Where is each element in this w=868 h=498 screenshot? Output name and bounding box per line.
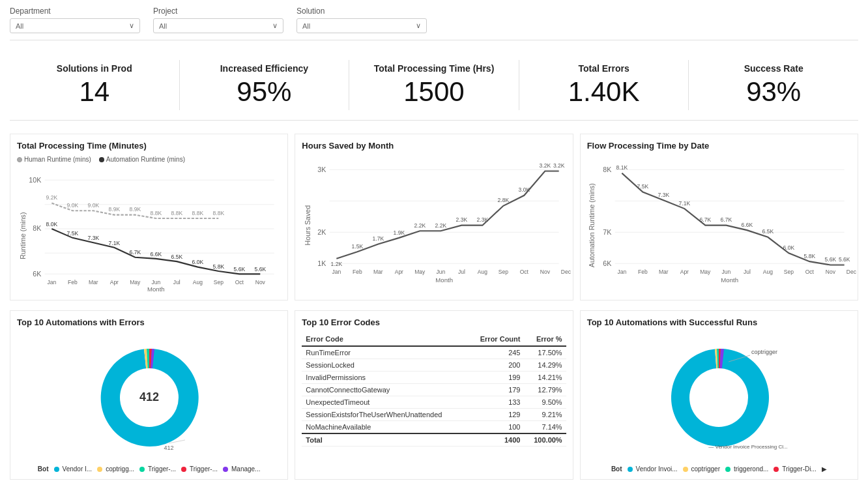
flow-processing-area: Automation Runtime (mins) 8K 7K 6K 8.1K … (587, 156, 851, 290)
hs-x-mar: Mar (373, 269, 383, 276)
error-table-row: SessionExistsforTheUserWhenUnattended 12… (302, 409, 566, 421)
x-may: May (130, 280, 141, 286)
x-axis-title: Month (147, 286, 165, 293)
hs-x-feb: Feb (353, 269, 362, 276)
kpi-row: Solutions in Prod 14 Increased Efficienc… (10, 50, 858, 121)
error-code-cell: InvalidPermissions (302, 372, 469, 384)
human-label-sep: 8.8K (213, 210, 225, 216)
kpi-errors-label: Total Errors (526, 63, 682, 74)
error-count-cell: 179 (469, 384, 524, 396)
success-triggerdi-dot (774, 467, 779, 472)
error-count-cell: 129 (469, 409, 524, 421)
auto-label-oct: 5.6K (234, 266, 246, 272)
error-table-row: CannotConnecttoGateway 179 12.79% (302, 384, 566, 396)
error-pct-cell: 9.50% (524, 396, 566, 409)
flow-processing-line (622, 173, 844, 265)
auto-label-jul: 6.5K (171, 254, 183, 260)
hs-nov: 3.2K (540, 162, 551, 169)
error-table-row: NoMachineAvailable 100 7.14% (302, 421, 566, 434)
y-label-6k: 6K (33, 270, 41, 278)
auto-label-mar: 7.3K (88, 235, 100, 241)
fp-x-jun: Jun (721, 269, 731, 276)
hs-aug: 2.3K (477, 217, 489, 224)
hs-jan: 1.2K (331, 261, 343, 267)
vendor-i-label: Vendor I... (63, 465, 93, 473)
legend-manage: Manage... (223, 465, 260, 473)
department-filter-select[interactable]: All ∨ (10, 18, 140, 33)
hs-sep: 2.8K (498, 198, 510, 204)
auto-label-nov: 5.6K (255, 266, 267, 272)
hs-x-jul: Jul (458, 269, 465, 276)
solution-filter-group: Solution All ∨ (297, 7, 427, 33)
donut-bottom-label-412: 412 (164, 445, 173, 451)
success-more-icon[interactable]: ▶ (822, 465, 827, 473)
human-label-mar: 9.0K (88, 202, 100, 209)
kpi-total-errors: Total Errors 1.40K (519, 60, 689, 110)
flow-processing-title: Flow Processing Time by Date (587, 141, 851, 151)
project-filter-group: Project All ∨ (153, 7, 283, 33)
fp-x-title: Month (721, 276, 738, 284)
success-cop-dot (683, 467, 688, 472)
kpi-efficiency-value: 95% (186, 77, 343, 107)
error-code-cell: SessionExistsforTheUserWhenUnattended (302, 409, 469, 421)
hs-x-nov: Nov (540, 269, 551, 276)
auto-label-sep: 5.8K (213, 263, 225, 270)
kpi-solutions-label: Solutions in Prod (16, 63, 173, 74)
col-error-code: Error Code (302, 332, 469, 346)
department-filter-group: Department All ∨ (10, 7, 140, 33)
error-codes-table: Error Code Error Count Error % RunTimeEr… (302, 332, 566, 447)
trigger1-label: Trigger-... (148, 465, 176, 473)
top-success-donut-container: coptrigger — Vendor Invoice Processing C… (587, 332, 851, 473)
error-count-cell: 133 (469, 396, 524, 409)
fp-x-oct: Oct (805, 269, 814, 276)
x-feb: Feb (68, 280, 78, 286)
kpi-success-label: Success Rate (695, 63, 852, 74)
success-vendor-label: Vendor Invoi... (636, 465, 678, 473)
donut-bot-label: Bot (38, 465, 49, 473)
auto-label-jan: 8.0K (46, 221, 58, 227)
fp-sep: 6.0K (783, 244, 794, 251)
vendor-invoice-label: — Vendor Invoice Processing Cl... (709, 444, 788, 450)
human-label-feb: 9.0K (67, 202, 79, 209)
hours-saved-title: Hours Saved by Month (302, 141, 566, 151)
fp-may: 6.7K (699, 217, 711, 224)
y-label-10k: 10K (29, 176, 41, 184)
top-errors-donut-svg: 5 412 412 (84, 332, 214, 463)
human-label-apr: 8.9K (109, 207, 121, 213)
fp-x-feb: Feb (638, 269, 648, 276)
manage-label: Manage... (231, 465, 260, 473)
department-filter-label: Department (10, 7, 140, 16)
flow-processing-time-chart: Flow Processing Time by Date Automation … (580, 134, 858, 300)
fp-nov: 5.6K (824, 256, 836, 263)
kpi-processing-label: Total Processing Time (Hrs) (356, 63, 512, 74)
hours-saved-area: Hours Saved 3K 2K 1K 1.2K 1.5K 1.7K 1.9K… (302, 156, 566, 290)
error-pct-cell: 17.50% (524, 346, 566, 359)
fp-y-8k: 8K (603, 166, 611, 173)
total-processing-time-chart: Total Processing Time (Minutes) Human Ru… (10, 134, 288, 300)
y-label-8k: 8K (33, 224, 41, 232)
kpi-processing-time: Total Processing Time (Hrs) 1500 (349, 60, 519, 110)
error-codes-table-wrapper[interactable]: Error Code Error Count Error % RunTimeEr… (302, 332, 566, 447)
project-filter-select[interactable]: All ∨ (153, 18, 283, 33)
success-vendor-invoi: Vendor Invoi... (628, 465, 678, 473)
kpi-processing-value: 1500 (356, 77, 512, 107)
fp-x-jan: Jan (617, 269, 626, 276)
legend-human-dot (17, 157, 22, 162)
human-label-may: 8.9K (130, 207, 141, 213)
col-error-pct: Error % (524, 332, 566, 346)
fp-x-nov: Nov (825, 269, 835, 276)
x-sep: Sep (214, 280, 224, 286)
error-table-row: SessionLocked 200 14.29% (302, 359, 566, 372)
fp-mar: 7.3K (658, 192, 669, 198)
filter-bar: Department All ∨ Project All ∨ Solution … (10, 7, 858, 40)
auto-label-feb: 7.5K (67, 230, 79, 237)
error-codes-panel: Top 10 Error Codes Error Code Error Coun… (295, 310, 573, 480)
fp-x-dec: Dec (846, 269, 856, 276)
error-count-cell: 245 (469, 346, 524, 359)
coptrigg-label: coptrigg... (106, 465, 134, 473)
charts-bottom-row: Top 10 Automations with Errors 5 (10, 310, 858, 480)
kpi-solutions-in-prod: Solutions in Prod 14 (10, 60, 180, 110)
solution-filter-select[interactable]: All ∨ (297, 18, 427, 33)
fp-y-6k: 6K (603, 259, 611, 267)
y-axis-label: Runtime (mins) (19, 212, 27, 259)
